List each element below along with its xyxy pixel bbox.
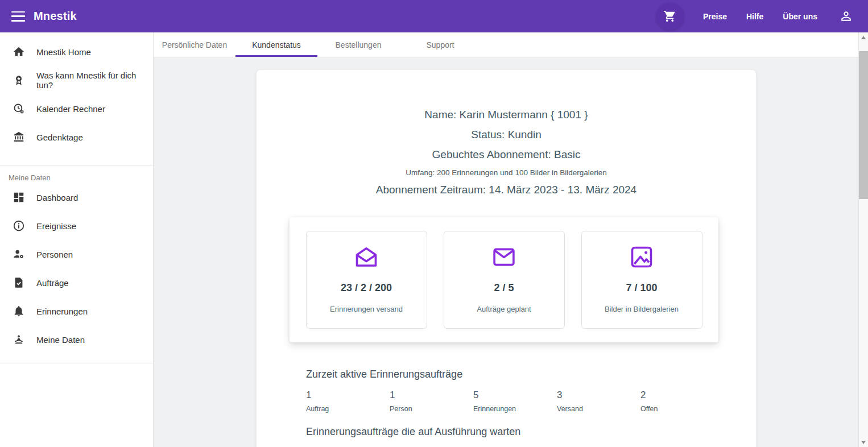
- sidebar-item-label: Erinnerungen: [36, 307, 88, 316]
- waiting-orders-heading: Erinnerungsaufträge die auf Ausführung w…: [306, 426, 756, 438]
- subscription-period: Abonnement Zeitraum: 14. März 2023 - 13.…: [257, 184, 756, 196]
- usage-value: 2 / 5: [444, 282, 564, 294]
- sidebar-item-label: Meine Daten: [36, 335, 85, 345]
- sidebar-item-label: Gedenktage: [36, 133, 83, 142]
- account-button[interactable]: [839, 9, 853, 23]
- customer-info-block: Name: Karin Mustermann { 1001 } Status: …: [257, 109, 756, 196]
- persons-icon: [13, 248, 25, 260]
- sidebar-item-label: Kalender Rechner: [36, 104, 105, 114]
- sidebar-item-gedenktage[interactable]: Gedenktage: [0, 123, 153, 151]
- sidebar-item-erinnerungen[interactable]: Erinnerungen: [0, 297, 153, 325]
- sidebar-item-mnestik-home[interactable]: Mnestik Home: [0, 38, 153, 66]
- stat-label: Offen: [640, 405, 724, 413]
- orders-icon: [13, 276, 25, 289]
- sidebar-item-dashboard[interactable]: Dashboard: [0, 183, 153, 212]
- usage-value: 23 / 2 / 200: [307, 282, 427, 294]
- tab-persoenliche-daten[interactable]: Persönliche Daten: [154, 32, 235, 57]
- stat-person: 1 Person: [390, 390, 473, 413]
- usage-label: Aufträge geplant: [444, 305, 564, 313]
- scroll-down-arrow[interactable]: [859, 437, 868, 447]
- cart-icon: [663, 10, 676, 23]
- image-icon: [582, 244, 702, 270]
- app-header: Mnestik Preise Hilfe Über uns: [0, 0, 868, 32]
- scrollbar-thumb[interactable]: [859, 51, 868, 199]
- usage-label: Erinnerungen versand: [307, 305, 427, 313]
- person-icon: [839, 9, 853, 23]
- active-orders-stats: 1 Auftrag 1 Person 5 Erinnerungen 3 Vers…: [306, 390, 756, 413]
- sidebar-item-label: Dashboard: [36, 193, 78, 202]
- tab-bestellungen[interactable]: Bestellungen: [317, 32, 399, 57]
- sidebar-item-meine-daten[interactable]: Meine Daten: [0, 325, 153, 354]
- memorial-days-icon: [13, 131, 25, 143]
- cart-button[interactable]: [656, 3, 684, 30]
- sidebar: Mnestik Home Was kann Mnestik für dich t…: [0, 32, 154, 447]
- usage-value: 7 / 100: [582, 282, 702, 294]
- usage-card-bilder: 7 / 100 Bilder in Bildergalerien: [581, 231, 702, 329]
- scroll-up-arrow[interactable]: [859, 32, 868, 42]
- stat-offen: 2 Offen: [640, 390, 724, 413]
- sidebar-section-label: Meine Daten: [0, 165, 153, 183]
- stat-label: Person: [390, 405, 473, 413]
- nav-ueber-uns[interactable]: Über uns: [783, 12, 817, 21]
- sidebar-item-label: Mnestik Home: [36, 47, 91, 57]
- tab-bar: Persönliche Daten Kundenstatus Bestellun…: [154, 32, 858, 57]
- stat-erinnerungen: 5 Erinnerungen: [473, 390, 557, 413]
- vertical-scrollbar: [858, 32, 868, 447]
- sidebar-item-label: Personen: [36, 250, 73, 259]
- dashboard-icon: [13, 191, 25, 204]
- badge-icon: [13, 74, 25, 86]
- menu-icon[interactable]: [11, 11, 25, 22]
- stat-value: 3: [557, 390, 640, 401]
- customer-subscription: Gebuchtes Abonnement: Basic: [257, 148, 756, 161]
- stat-value: 2: [640, 390, 724, 401]
- stat-versand: 3 Versand: [557, 390, 640, 413]
- sidebar-item-label: Was kann Mnestik für dich tun?: [36, 71, 153, 90]
- reminders-icon: [13, 305, 25, 317]
- usage-card-erinnerungen: 23 / 2 / 200 Erinnerungen versand: [306, 231, 427, 329]
- customer-status: Status: Kundin: [257, 129, 756, 141]
- usage-card-auftraege: 2 / 5 Aufträge geplant: [444, 231, 565, 329]
- events-icon: [13, 220, 25, 232]
- sidebar-item-auftraege[interactable]: Aufträge: [0, 268, 153, 297]
- sidebar-item-label: Ereignisse: [36, 221, 76, 231]
- nav-preise[interactable]: Preise: [703, 12, 727, 21]
- sidebar-item-kalender-rechner[interactable]: Kalender Rechner: [0, 94, 153, 123]
- sidebar-item-personen[interactable]: Personen: [0, 240, 153, 268]
- stat-label: Auftrag: [306, 405, 390, 413]
- tab-support[interactable]: Support: [399, 32, 481, 57]
- sidebar-item-label: Aufträge: [36, 278, 69, 288]
- stat-label: Erinnerungen: [473, 405, 557, 413]
- usage-label: Bilder in Bildergalerien: [582, 305, 702, 313]
- subscription-scope: Umfang: 200 Erinnerungen und 100 Bilder …: [257, 168, 756, 177]
- stat-value: 5: [473, 390, 557, 401]
- active-orders-heading: Zurzeit aktive Erinnerungsaufträge: [306, 369, 756, 380]
- home-icon: [13, 45, 25, 58]
- nav-hilfe[interactable]: Hilfe: [746, 12, 763, 21]
- calendar-calculator-icon: [13, 102, 25, 115]
- sidebar-divider: [0, 363, 153, 363]
- sidebar-item-was-kann-mnestik[interactable]: Was kann Mnestik für dich tun?: [0, 66, 153, 94]
- stat-auftrag: 1 Auftrag: [306, 390, 390, 413]
- customer-name: Name: Karin Mustermann { 1001 }: [257, 109, 756, 121]
- content-area: Name: Karin Mustermann { 1001 } Status: …: [154, 57, 858, 447]
- mail-icon: [444, 244, 564, 270]
- stat-value: 1: [390, 390, 473, 401]
- sidebar-item-ereignisse[interactable]: Ereignisse: [0, 212, 153, 240]
- stat-label: Versand: [557, 405, 640, 413]
- tab-kundenstatus[interactable]: Kundenstatus: [235, 32, 317, 57]
- mail-open-icon: [307, 244, 427, 270]
- usage-stats-container: 23 / 2 / 200 Erinnerungen versand 2 / 5 …: [290, 217, 718, 342]
- app-title: Mnestik: [34, 10, 77, 23]
- stat-value: 1: [306, 390, 390, 401]
- my-data-icon: [13, 333, 25, 346]
- customer-status-card: Name: Karin Mustermann { 1001 } Status: …: [256, 69, 757, 447]
